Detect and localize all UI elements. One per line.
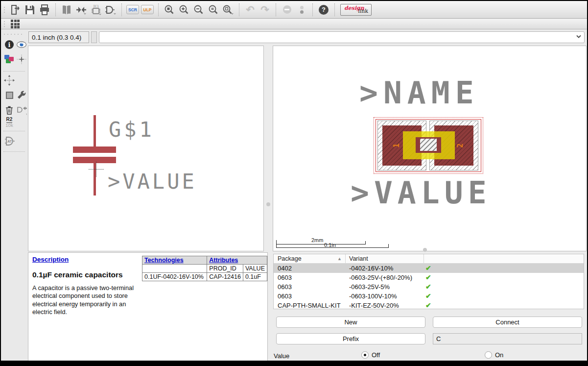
pad2-number: 2: [456, 143, 465, 147]
new-button[interactable]: New: [276, 317, 425, 328]
eagle-device-editor-window: IC1 SCR ULP ↶ ↷ ? design link 0.1 inch (…: [0, 0, 588, 366]
gate-symbol-icon: [104, 4, 117, 16]
prefix-button[interactable]: Prefix: [276, 333, 425, 344]
technologies-link[interactable]: Technologies: [144, 257, 184, 264]
zoom-redraw-button[interactable]: [221, 3, 235, 17]
stop-button[interactable]: [280, 3, 294, 17]
value-label: Value: [274, 352, 289, 360]
help-button[interactable]: ?: [316, 3, 331, 17]
check-icon: ✔: [425, 301, 431, 309]
value-on-option[interactable]: On: [485, 351, 503, 359]
off-label: Off: [372, 351, 380, 359]
package-cell: 0603: [278, 274, 292, 281]
zoom-fit-icon: [164, 4, 175, 16]
symbol-canvas[interactable]: G$1 >VALUE: [28, 46, 264, 251]
mark-crosshair-icon: [16, 54, 27, 65]
eye-icon: [16, 41, 27, 49]
open-button[interactable]: [8, 3, 23, 17]
zoom-out-button[interactable]: [191, 3, 206, 17]
redo-button[interactable]: ↷: [258, 3, 272, 17]
group-button[interactable]: [4, 90, 15, 100]
zoom-in-button[interactable]: [177, 3, 191, 17]
technology-button[interactable]: AT: [4, 136, 15, 146]
footprint-value-text: >VALUE: [351, 177, 492, 208]
value-header-cell: VALUE: [243, 265, 267, 273]
footprint-name-text: >NAME: [359, 77, 479, 108]
info-button[interactable]: i: [4, 39, 15, 50]
center-hatch: [420, 139, 437, 151]
check-icon: ✔: [425, 292, 431, 300]
show-button[interactable]: [16, 39, 27, 50]
description-link[interactable]: Description: [32, 256, 69, 263]
library-button[interactable]: [59, 3, 74, 17]
display-layers-button[interactable]: [4, 54, 15, 65]
value-off-option[interactable]: Off: [361, 351, 380, 359]
zoom-fit-button[interactable]: [162, 3, 177, 17]
command-input[interactable]: [99, 31, 585, 43]
mark-button[interactable]: [16, 54, 27, 65]
sidebar-separator: [3, 131, 25, 131]
variant-column-header[interactable]: Variant: [349, 255, 368, 262]
attributes-link[interactable]: Attributes: [209, 257, 238, 264]
prefix-input[interactable]: [433, 333, 582, 344]
toolbar-drag-handle[interactable]: [4, 7, 5, 13]
symbol-button[interactable]: [103, 3, 118, 17]
script-button[interactable]: SCR: [125, 3, 140, 17]
pinswap-button[interactable]: [16, 104, 27, 115]
radio-on[interactable]: [485, 351, 492, 359]
print-button[interactable]: [37, 3, 52, 17]
package-cell: 0402: [278, 265, 292, 272]
table-row[interactable]: 0603 -0603-25V-5% ✔: [274, 282, 584, 292]
connect-button[interactable]: Connect: [433, 317, 582, 328]
gate-name-text: G$1: [109, 120, 155, 140]
zoom-out-icon: [193, 4, 205, 16]
open-icon: [9, 4, 21, 16]
on-label: On: [495, 351, 503, 359]
table-row[interactable]: 0603 -0603-25V-(+80/-20%) ✔: [274, 273, 584, 282]
variant-cell: -0603-25V-(+80/-20%): [349, 274, 412, 281]
go-button[interactable]: [294, 3, 309, 17]
variant-cell: -0603-100V-10%: [349, 293, 397, 300]
move-button[interactable]: [4, 75, 15, 86]
table-row[interactable]: CAP-PTH-SMALL-KIT -KIT-EZ-50V-20% ✔: [274, 301, 584, 310]
ruler-tick: [365, 241, 366, 244]
toolbar-separator: [55, 3, 56, 16]
print-icon: [39, 4, 50, 16]
center-body: [416, 137, 441, 153]
package-button[interactable]: IC1: [89, 3, 103, 17]
sidebar-drag-handle[interactable]: [4, 34, 22, 35]
zoom-select-button[interactable]: [206, 3, 221, 17]
horizontal-splitter-handle[interactable]: [423, 248, 427, 252]
package-table-header[interactable]: Package ▲ Variant: [274, 254, 584, 264]
check-icon: ✔: [425, 283, 431, 291]
sidebar-separator: [3, 151, 25, 152]
table-row[interactable]: 0603 -0603-100V-10% ✔: [274, 292, 584, 301]
device-panel: Package ▲ Variant 0402 -0402-16V-10% ✔ 0…: [269, 254, 586, 361]
sidebar-separator: [3, 71, 25, 72]
table-row[interactable]: 0402 -0402-16V-10% ✔: [274, 264, 584, 273]
radio-off[interactable]: [361, 351, 369, 359]
package-column-header[interactable]: Package: [278, 255, 302, 262]
zoom-select-icon: [208, 4, 219, 16]
ruler-in-label: 0.1in: [324, 242, 336, 248]
device-button[interactable]: [74, 3, 89, 17]
toolbar-separator: [239, 3, 239, 16]
grid-button[interactable]: [8, 17, 23, 31]
stop-icon: [283, 5, 291, 14]
change-button[interactable]: [16, 90, 27, 100]
footprint-canvas[interactable]: >NAME 1 2 >VALUE 2mm 0.1in: [273, 46, 587, 251]
sort-ascending-icon: ▲: [337, 256, 342, 261]
technologies-attributes-table: Technologies Attributes PROD_ID VALUE 0.…: [142, 256, 267, 281]
save-button[interactable]: [23, 3, 37, 17]
chevron-down-icon[interactable]: [576, 35, 581, 39]
design-link-button[interactable]: design link: [340, 4, 372, 16]
vertical-splitter-handle[interactable]: [266, 202, 270, 206]
toolbar2-drag-handle[interactable]: [4, 21, 5, 27]
ulp-button[interactable]: ULP: [140, 3, 155, 17]
name-value-button[interactable]: R210k: [4, 117, 15, 128]
ruler-tick: [388, 244, 389, 247]
wrench-icon: [16, 90, 27, 100]
delete-button[interactable]: [4, 104, 15, 115]
description-heading: 0.1µF ceramic capacitors: [32, 270, 123, 279]
undo-button[interactable]: ↶: [243, 3, 258, 17]
